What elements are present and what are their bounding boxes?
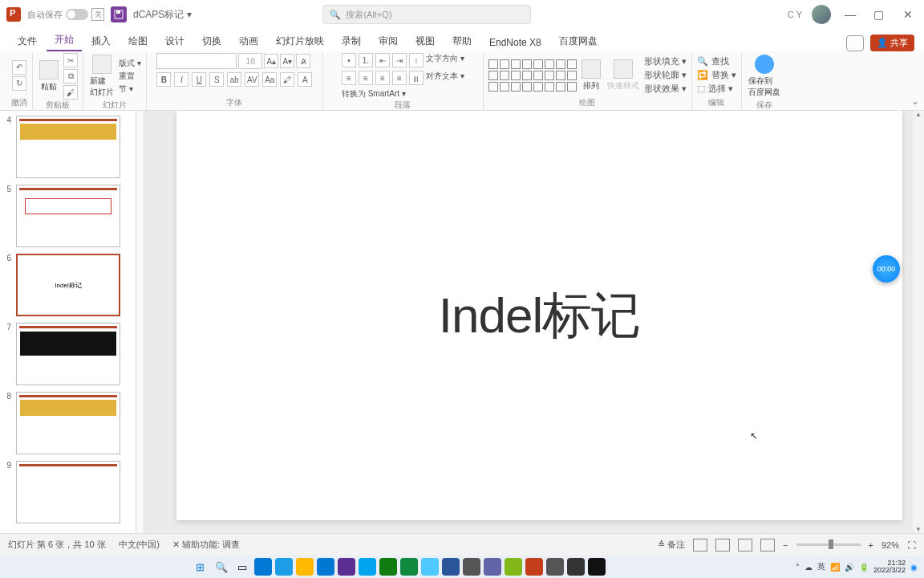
tab-file[interactable]: 文件 <box>10 31 45 51</box>
section-button[interactable]: 节 ▾ <box>119 83 141 95</box>
zoom-in-button[interactable]: + <box>869 540 873 550</box>
indent-inc-button[interactable]: ⇥ <box>392 53 407 67</box>
taskbar-app-12[interactable] <box>484 558 501 576</box>
close-button[interactable]: ✕ <box>898 5 918 24</box>
shadow-button[interactable]: ab <box>227 72 241 87</box>
maximize-button[interactable]: ▢ <box>869 5 889 24</box>
accessibility-status[interactable]: ✕ 辅助功能: 调查 <box>172 539 240 551</box>
thumbnail-slide-6[interactable]: Indel标记 <box>16 254 120 316</box>
bullets-button[interactable]: • <box>342 53 356 67</box>
taskbar-app-8[interactable] <box>400 558 418 576</box>
taskbar-search-button[interactable]: 🔍 <box>213 558 230 576</box>
align-left-button[interactable]: ≡ <box>342 71 356 85</box>
new-slide-button[interactable]: 新建 幻灯片 <box>88 53 116 100</box>
taskbar-app-10[interactable] <box>442 558 460 576</box>
thumbnail-slide-5[interactable] <box>16 185 120 247</box>
thumbnail-slide-7[interactable] <box>16 323 120 385</box>
tab-home[interactable]: 开始 <box>47 30 82 51</box>
taskbar-app-5[interactable] <box>338 558 355 576</box>
paste-button[interactable]: 粘贴 <box>38 59 60 94</box>
quick-style-button[interactable]: 快速样式 <box>606 58 641 93</box>
shape-effects-button[interactable]: 形状效果 ▾ <box>644 83 687 95</box>
italic-button[interactable]: I <box>174 72 188 87</box>
taskbar-app-2[interactable] <box>275 558 293 576</box>
zoom-slider[interactable] <box>796 543 861 546</box>
tab-insert[interactable]: 插入 <box>83 31 119 51</box>
line-spacing-button[interactable]: ↕ <box>409 53 424 67</box>
reset-button[interactable]: 重置 <box>119 71 141 82</box>
shape-fill-button[interactable]: 形状填充 ▾ <box>644 55 687 67</box>
find-button[interactable]: 🔍查找 <box>697 55 736 67</box>
format-painter-button[interactable]: 🖌 <box>63 85 78 100</box>
tab-design[interactable]: 设计 <box>157 31 192 51</box>
document-name[interactable]: dCAPS标记 ▾ <box>133 8 192 22</box>
save-button[interactable] <box>111 6 127 22</box>
share-button[interactable]: 👤 共享 <box>870 35 914 51</box>
language-status[interactable]: 中文(中国) <box>119 539 160 551</box>
align-right-button[interactable]: ≡ <box>375 71 390 85</box>
notes-button[interactable]: ≙ 备注 <box>658 539 685 551</box>
tab-record[interactable]: 录制 <box>334 31 369 51</box>
save-to-baidu-button[interactable]: 保存到 百度网盘 <box>747 53 782 100</box>
tray-notification-icon[interactable]: ◉ <box>910 563 918 572</box>
select-button[interactable]: ⬚选择 ▾ <box>697 83 736 95</box>
taskbar-app-16[interactable] <box>567 558 585 576</box>
search-input[interactable]: 🔍 搜索(Alt+Q) <box>322 5 531 24</box>
copy-button[interactable]: ⧉ <box>63 69 78 83</box>
redo-button[interactable]: ↻ <box>12 76 26 91</box>
highlight-button[interactable]: 🖍 <box>280 72 294 87</box>
taskbar-app-13[interactable] <box>505 558 522 576</box>
tray-wifi-icon[interactable]: 📶 <box>830 563 840 572</box>
tray-chevron-icon[interactable]: ˄ <box>796 563 800 572</box>
taskbar-app-15[interactable] <box>546 558 564 576</box>
shape-outline-button[interactable]: 形状轮廓 ▾ <box>644 69 687 81</box>
tab-draw[interactable]: 绘图 <box>120 31 156 51</box>
tab-slideshow[interactable]: 幻灯片放映 <box>268 31 332 51</box>
slide-title-text[interactable]: Indel标记 <box>439 282 640 349</box>
thumbnail-slide-8[interactable] <box>16 392 120 454</box>
bold-button[interactable]: B <box>156 72 171 87</box>
avatar[interactable] <box>812 5 831 24</box>
tab-view[interactable]: 视图 <box>407 31 443 51</box>
clear-format-button[interactable]: A̷ <box>296 54 310 68</box>
recording-timer-badge[interactable]: 00:00 <box>873 255 900 283</box>
task-view-button[interactable]: ▭ <box>233 558 251 576</box>
normal-view-button[interactable] <box>693 539 707 552</box>
taskbar-powerpoint[interactable] <box>525 558 543 576</box>
decrease-font-button[interactable]: A▾ <box>280 54 294 68</box>
taskbar-app-4[interactable] <box>317 558 334 576</box>
strike-button[interactable]: S <box>209 72 224 87</box>
vertical-scrollbar[interactable] <box>913 111 924 533</box>
collapse-ribbon-button[interactable]: ⌄ <box>911 96 919 107</box>
tab-endnote[interactable]: EndNote X8 <box>481 34 549 51</box>
tray-battery-icon[interactable]: 🔋 <box>859 563 869 572</box>
font-size-select[interactable] <box>238 53 262 69</box>
fit-window-button[interactable]: ⛶ <box>907 540 916 550</box>
underline-button[interactable]: U <box>192 72 206 87</box>
comments-button[interactable] <box>846 35 864 51</box>
reading-view-button[interactable] <box>738 539 752 552</box>
increase-font-button[interactable]: A▴ <box>264 54 278 68</box>
tray-onedrive-icon[interactable]: ☁ <box>804 563 813 572</box>
zoom-percent[interactable]: 92% <box>881 540 899 550</box>
taskbar-app-7[interactable] <box>379 558 397 576</box>
tab-help[interactable]: 帮助 <box>444 31 480 51</box>
taskbar-app-11[interactable] <box>463 558 480 576</box>
taskbar-app-6[interactable] <box>359 558 376 576</box>
shape-gallery[interactable] <box>488 59 577 92</box>
case-button[interactable]: Aa <box>262 72 277 87</box>
spacing-button[interactable]: AV <box>245 72 259 87</box>
font-family-select[interactable] <box>156 53 237 69</box>
layout-button[interactable]: 版式 ▾ <box>119 58 141 69</box>
start-button[interactable]: ⊞ <box>192 558 209 576</box>
font-color-button[interactable]: A <box>298 72 312 87</box>
columns-button[interactable]: ⫼ <box>409 71 424 85</box>
replace-button[interactable]: 🔁替换 ▾ <box>697 69 736 81</box>
tab-animations[interactable]: 动画 <box>231 31 266 51</box>
tray-ime[interactable]: 英 <box>817 561 825 572</box>
sorter-view-button[interactable] <box>715 539 730 552</box>
taskbar-app-1[interactable] <box>254 558 272 576</box>
numbering-button[interactable]: 1. <box>359 53 373 67</box>
taskbar-app-17[interactable] <box>588 558 606 576</box>
taskbar-app-9[interactable] <box>421 558 439 576</box>
